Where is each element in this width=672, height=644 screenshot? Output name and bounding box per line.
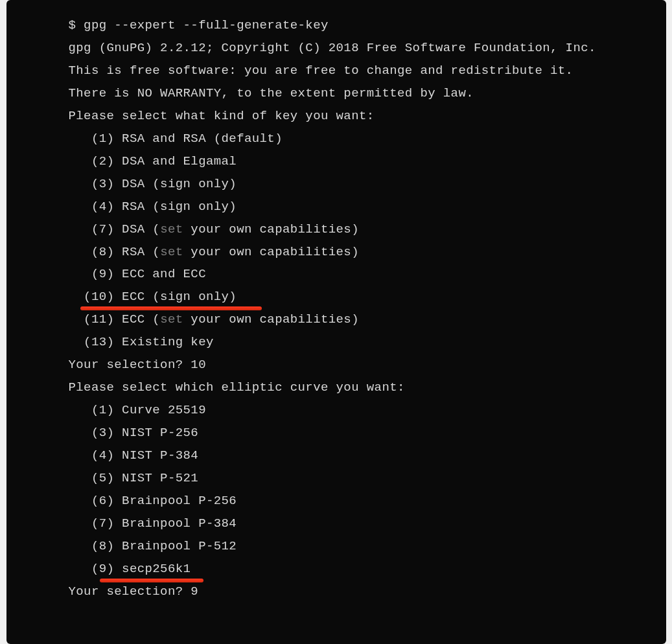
key-option-10: (10) ECC (sign only)	[69, 286, 648, 308]
curve-option-8: (8) Brainpool P-512	[69, 535, 648, 558]
curve-option-1: (1) Curve 25519	[69, 399, 648, 422]
curve-prompt: Please select which elliptic curve you w…	[69, 376, 648, 399]
highlight-underline-2	[100, 579, 203, 582]
terminal-content: $ gpg --expert --full-generate-key gpg (…	[25, 14, 648, 603]
license-line-1: This is free software: you are free to c…	[69, 60, 648, 82]
curve-option-5: (5) NIST P-521	[69, 467, 648, 490]
key-option-4: (4) RSA (sign only)	[69, 196, 648, 218]
curve-option-7: (7) Brainpool P-384	[69, 512, 648, 535]
key-option-7: (7) DSA (set your own capabilities)	[69, 218, 648, 241]
key-option-3: (3) DSA (sign only)	[69, 173, 648, 196]
key-option-2: (2) DSA and Elgamal	[69, 150, 648, 173]
gpg-version-line: gpg (GnuPG) 2.2.12; Copyright (C) 2018 F…	[69, 37, 648, 60]
command-line: $ gpg --expert --full-generate-key	[69, 14, 648, 37]
key-option-11: (11) ECC (set your own capabilities)	[69, 308, 648, 331]
curve-option-9: (9) secp256k1	[69, 558, 648, 581]
terminal-window[interactable]: $ gpg --expert --full-generate-key gpg (…	[6, 0, 666, 644]
curve-option-6: (6) Brainpool P-256	[69, 490, 648, 512]
selection-2: Your selection? 9	[69, 581, 648, 603]
key-option-10-wrap: (10) ECC (sign only)	[69, 286, 648, 308]
opt8-dim-set: set	[160, 245, 183, 259]
key-type-prompt: Please select what kind of key you want:	[69, 105, 648, 128]
opt7-dim-set: set	[160, 222, 183, 236]
curve-option-4: (4) NIST P-384	[69, 444, 648, 467]
curve-option-9-wrap: (9) secp256k1	[69, 558, 648, 581]
opt11-prefix: (11) ECC (	[69, 312, 161, 327]
selection-1: Your selection? 10	[69, 354, 648, 376]
opt8-suffix: your own capabilities)	[183, 245, 359, 259]
highlight-underline-1	[80, 306, 262, 310]
opt11-suffix: your own capabilities)	[183, 312, 359, 327]
key-option-13: (13) Existing key	[69, 331, 648, 354]
key-option-8: (8) RSA (set your own capabilities)	[69, 241, 648, 264]
key-option-9: (9) ECC and ECC	[69, 263, 648, 286]
curve-option-3: (3) NIST P-256	[69, 422, 648, 444]
opt7-suffix: your own capabilities)	[183, 222, 359, 236]
opt8-prefix: (8) RSA (	[69, 245, 161, 259]
key-option-1: (1) RSA and RSA (default)	[69, 128, 648, 150]
license-line-2: There is NO WARRANTY, to the extent perm…	[69, 82, 648, 105]
opt7-prefix: (7) DSA (	[69, 222, 161, 236]
opt11-dim-set: set	[160, 312, 183, 327]
